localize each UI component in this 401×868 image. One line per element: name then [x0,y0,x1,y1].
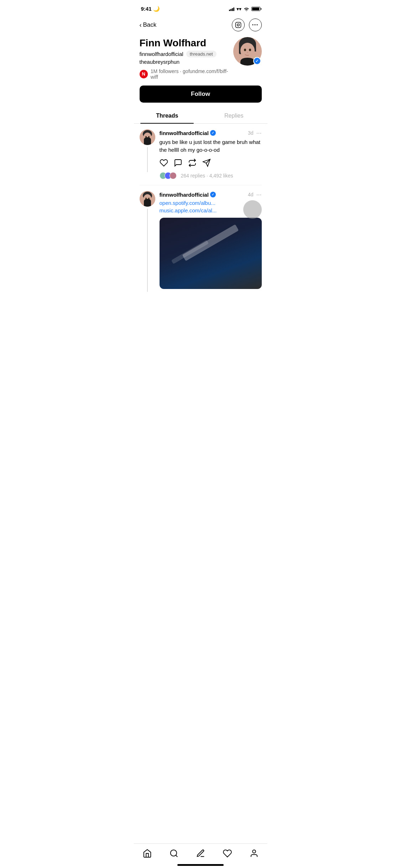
apple-music-link[interactable]: music.apple.com/ca/al... [160,207,262,213]
more-icon: ··· [252,21,258,29]
svg-point-2 [239,23,240,24]
profile-info: Finn Wolfhard finnwolfhardofficial threa… [140,37,233,80]
profile-handle: finnwolfhardofficial [140,51,183,57]
post-username-row-1: finnwolfhardofficial ✓ [160,130,216,136]
share-button-1[interactable] [202,159,211,169]
post-left-2 [140,191,155,292]
post-avatar-1[interactable] [140,129,155,145]
tab-replies[interactable]: Replies [200,108,267,123]
post-left-1 [140,129,155,172]
wifi-icon [244,7,249,11]
like-button-1[interactable] [160,159,168,169]
repost-button-1[interactable] [188,159,197,169]
tab-threads[interactable]: Threads [134,108,201,123]
spotify-link[interactable]: open.spotify.com/albu... [160,200,262,206]
post-avatar-2[interactable] [140,191,155,207]
post-username-row-2: finnwolfhardofficial ✓ [160,192,216,198]
post-verified-1: ✓ [210,130,216,136]
followers-text: 1M followers · gofundme.com/f/biff-wiff [151,68,233,80]
post-image-2 [160,218,262,289]
wifi-icon: ▾▾ [236,6,241,12]
svg-point-9 [249,49,251,51]
status-time: 9:41 🌙 [141,6,160,12]
svg-point-10 [247,52,248,53]
post-avatar-image-2 [140,191,155,207]
post-verified-2: ✓ [210,192,216,197]
reply-button-1[interactable] [174,159,182,169]
thread-line-2 [147,209,148,292]
thread-line-1 [147,147,148,172]
profile-header: Finn Wolfhard finnwolfhardofficial threa… [134,34,267,80]
post-avatar-image-1 [140,129,155,145]
post-right-1: finnwolfhardofficial ✓ 3d ··· guys be li… [160,129,262,172]
post-stats-1: 264 replies · 4,492 likes [134,172,267,185]
battery-icon [251,7,260,11]
nav-bar: ‹ Back ··· [134,16,267,34]
moon-icon: 🌙 [153,6,160,12]
svg-rect-0 [235,22,241,28]
svg-point-8 [244,49,246,51]
instagram-button[interactable] [232,19,245,31]
post-more-2[interactable]: ··· [256,191,261,198]
back-button[interactable]: ‹ Back [140,21,157,29]
svg-point-1 [237,24,239,26]
tabs: Threads Replies [134,108,267,124]
image-shine-2 [171,240,209,264]
post-time-1: 3d [248,130,254,136]
instagram-icon [235,22,241,28]
post-content-1: guys be like u just lost the game bruh w… [160,138,262,154]
reply-avatar-3 [170,172,177,179]
avatar-container: ✓ [233,37,262,66]
image-shine-1 [182,224,239,261]
profile-name: Finn Wolfhard [140,37,233,49]
threads-badge[interactable]: threads.net [186,51,217,57]
checkmark-icon: ✓ [255,59,259,63]
back-chevron-icon: ‹ [140,21,142,29]
post-meta-2: 4d ··· [248,191,262,198]
post-actions-1 [160,159,262,169]
thread-post-2: finnwolfhardofficial ✓ 4d ··· open.spoti… [134,185,267,292]
post-more-1[interactable]: ··· [256,129,261,137]
status-bar: 9:41 🌙 ▾▾ [134,0,267,16]
post-meta-1: 3d ··· [248,129,262,137]
reply-avatars-1 [160,172,177,179]
post-header-1: finnwolfhardofficial ✓ 3d ··· [160,129,262,137]
netflix-icon: N [140,70,148,78]
post-header-2: finnwolfhardofficial ✓ 4d ··· [160,191,262,198]
post-right-2: finnwolfhardofficial ✓ 4d ··· open.spoti… [160,191,262,292]
post-username-1: finnwolfhardofficial [160,130,209,136]
back-label: Back [143,21,157,29]
profile-handle-row: finnwolfhardofficial threads.net [140,51,233,57]
post-username-2: finnwolfhardofficial [160,192,209,198]
post-time-2: 4d [248,192,254,197]
profile-followers: N 1M followers · gofundme.com/f/biff-wif… [140,68,233,80]
thread-post-1: finnwolfhardofficial ✓ 3d ··· guys be li… [134,124,267,172]
nav-actions: ··· [232,19,262,31]
post-stats-text-1: 264 replies · 4,492 likes [181,173,233,179]
verified-badge: ✓ [253,57,261,65]
more-options-button[interactable]: ··· [249,19,262,31]
profile-alt-handle: theaubreysrphun [140,59,233,65]
status-icons: ▾▾ [229,6,260,12]
follow-button[interactable]: Follow [140,86,262,103]
signal-icon [229,7,234,11]
